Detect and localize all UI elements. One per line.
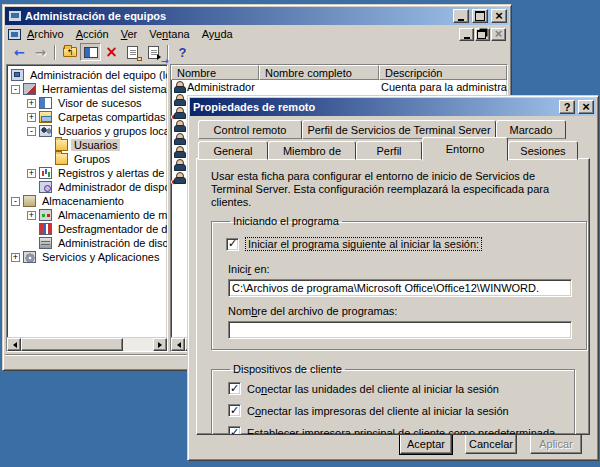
console-tree: Administración del equipo (local) - Herr… (7, 65, 167, 337)
run-program-checkbox-row: Iniciar el programa siguiente al iniciar… (226, 237, 572, 251)
event-viewer-icon (39, 97, 52, 109)
console-tree-pane: Administración del equipo (local) - Herr… (6, 64, 168, 352)
column-header-nombre-completo[interactable]: Nombre completo (259, 65, 379, 80)
forward-icon[interactable] (30, 43, 51, 61)
starting-program-legend: Iniciando el programa (230, 215, 342, 227)
column-header-nombre[interactable]: Nombre (171, 65, 259, 80)
client-devices-legend: Dispositivos de cliente (230, 363, 345, 375)
scroll-right-icon[interactable] (153, 338, 167, 351)
tab-sesiones[interactable]: Sesiones (508, 141, 578, 160)
expand-expander[interactable]: + (27, 211, 36, 220)
connect-printers-checkbox[interactable] (228, 404, 241, 417)
scrollbar-thumb[interactable] (21, 338, 123, 351)
tree-item-device-manager[interactable]: Administrador de dispositivo (9, 180, 167, 194)
close-button[interactable] (491, 9, 507, 23)
connect-printers-checkbox-row: Conectar las impresoras del cliente al i… (228, 404, 560, 417)
toolbar: → (5, 42, 509, 63)
tab-perfil[interactable]: Perfil (356, 141, 422, 160)
expand-expander[interactable]: + (27, 169, 36, 178)
expand-expander[interactable]: + (27, 113, 36, 122)
user-icon (173, 81, 185, 93)
minimize-button[interactable] (453, 9, 469, 23)
tab-general[interactable]: General (198, 141, 268, 160)
system-tools-icon (23, 83, 36, 95)
collapse-expander[interactable]: - (27, 127, 36, 136)
scroll-left-icon[interactable] (171, 338, 185, 351)
child-restore-button[interactable] (475, 28, 490, 41)
expand-expander[interactable]: + (11, 253, 20, 262)
tree-item-services-applications[interactable]: + Servicios y Aplicaciones (9, 250, 167, 264)
context-help-button[interactable] (559, 100, 575, 114)
default-printer-checkbox[interactable] (228, 426, 241, 435)
menu-accion[interactable]: Acción (70, 27, 115, 41)
tree-item-disk-defragmenter[interactable]: Desfragmentador de disco (9, 222, 167, 236)
dialog-title: Propiedades de remoto (193, 101, 556, 113)
user-disabled-icon (173, 107, 185, 119)
scroll-left-icon[interactable] (7, 338, 21, 351)
performance-logs-icon (39, 167, 52, 179)
maximize-button[interactable] (472, 9, 488, 23)
export-list-icon[interactable]: → (143, 43, 164, 61)
mdi-child-controls (459, 28, 506, 41)
delete-icon[interactable] (101, 43, 122, 61)
tree-item-shared-folders[interactable]: + Carpetas compartidas (9, 110, 167, 124)
tree-item-performance-logs[interactable]: + Registros y alertas de rendi (9, 166, 167, 180)
removable-storage-icon (39, 209, 52, 221)
show-hide-console-tree-icon[interactable] (80, 43, 101, 61)
connect-printers-label[interactable]: Conectar las impresoras del cliente al i… (247, 405, 509, 417)
tab-control-remoto[interactable]: Control remoto (198, 120, 302, 139)
tree-item-groups[interactable]: Grupos (9, 152, 167, 166)
starting-program-group: Iniciando el programa Iniciar el program… (211, 215, 587, 350)
services-applications-icon (23, 251, 36, 263)
tree-item-system-tools[interactable]: - Herramientas del sistema (9, 82, 167, 96)
program-file-name-input[interactable] (228, 321, 572, 339)
tab-miembro-de[interactable]: Miembro de (268, 141, 356, 160)
user-icon (173, 94, 185, 106)
tree-item-local-users-groups[interactable]: - Usuarios y grupos locales (9, 124, 167, 138)
run-program-checkbox[interactable] (226, 238, 239, 251)
cancelar-button[interactable]: Cancelar (465, 434, 517, 454)
properties-icon[interactable] (122, 43, 143, 61)
connect-drives-checkbox-row: Conectar las unidades del cliente al ini… (228, 382, 560, 395)
toolbar-separator (54, 45, 56, 60)
remote-properties-dialog: Propiedades de remoto Control remoto Per… (187, 95, 599, 461)
column-header-descripcion[interactable]: Descripción (379, 65, 507, 80)
menu-ventana[interactable]: Ventana (143, 27, 195, 41)
tab-strip: Control remoto Perfil de Servicios de Te… (196, 120, 590, 160)
list-item-administrador[interactable]: Administrador Cuenta para la administrac… (171, 80, 507, 93)
tree-item-event-viewer[interactable]: + Visor de sucesos (9, 96, 167, 110)
menu-bar: Archivo Acción Ver Ventana Ayuda (5, 25, 509, 42)
dialog-close-button[interactable] (578, 100, 594, 114)
menu-archivo[interactable]: Archivo (21, 27, 70, 41)
list-header: Nombre Nombre completo Descripción (171, 65, 507, 80)
program-file-name-label: Nombre del archivo de programas: (228, 305, 572, 317)
tree-item-storage[interactable]: - Almacenamiento (9, 194, 167, 208)
tab-marcado[interactable]: Marcado (496, 120, 566, 139)
child-close-button[interactable] (491, 28, 506, 41)
start-in-input[interactable] (228, 279, 572, 297)
up-one-level-icon[interactable] (59, 43, 80, 61)
user-disabled-icon (173, 172, 185, 184)
tab-entorno[interactable]: Entorno (422, 137, 508, 161)
tree-item-disk-management[interactable]: Administración de discos (9, 236, 167, 250)
back-icon[interactable] (9, 43, 30, 61)
collapse-expander[interactable]: - (11, 197, 20, 206)
menu-ver[interactable]: Ver (115, 27, 144, 41)
collapse-expander[interactable]: - (11, 85, 20, 94)
connect-drives-label[interactable]: Conectar las unidades del cliente al ini… (247, 383, 499, 395)
child-minimize-button[interactable] (459, 28, 474, 41)
storage-icon (23, 195, 36, 207)
default-printer-label[interactable]: Establecer impresora principal de client… (247, 427, 555, 436)
expand-expander[interactable]: + (27, 99, 36, 108)
tab-row-front: General Miembro de Perfil Entorno Sesion… (196, 139, 590, 160)
tree-item-computer-management[interactable]: Administración del equipo (local) (9, 68, 167, 82)
tab-description: Usar esta ficha para configurar el entor… (211, 170, 573, 209)
connect-drives-checkbox[interactable] (228, 382, 241, 395)
tree-horizontal-scrollbar[interactable] (7, 337, 167, 351)
help-icon[interactable] (172, 43, 193, 61)
menu-ayuda[interactable]: Ayuda (196, 27, 239, 41)
tree-item-removable-storage[interactable]: + Almacenamiento de medios e (9, 208, 167, 222)
tree-item-users[interactable]: Usuarios (9, 138, 167, 152)
run-program-checkbox-label[interactable]: Iniciar el programa siguiente al iniciar… (245, 237, 482, 251)
aceptar-button[interactable]: Aceptar (400, 434, 452, 454)
